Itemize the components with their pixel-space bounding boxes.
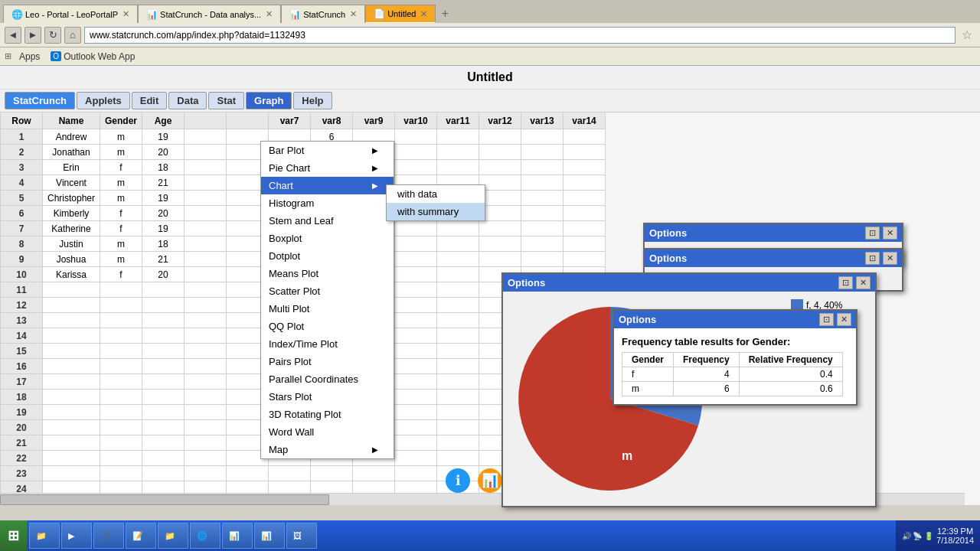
cell-var[interactable] — [437, 236, 479, 252]
taskbar-item-1[interactable]: 📁 — [29, 523, 60, 549]
tab-4-active[interactable]: 📄 Untitled ✕ — [365, 5, 436, 23]
cell-var[interactable] — [521, 191, 564, 206]
cell-var[interactable] — [185, 405, 227, 420]
cell-gender[interactable]: m — [100, 145, 142, 160]
cell-var[interactable] — [437, 420, 479, 435]
taskbar-item-9[interactable]: 🖼 — [286, 523, 317, 549]
cell-var[interactable] — [185, 175, 227, 191]
cell-var[interactable] — [185, 328, 227, 344]
cell-var[interactable] — [395, 252, 437, 267]
cell-var[interactable] — [185, 236, 227, 252]
cell-var[interactable] — [564, 145, 606, 160]
cell-name[interactable] — [43, 405, 100, 420]
cell-var[interactable] — [521, 252, 564, 267]
col-header-var12[interactable]: var12 — [479, 112, 521, 129]
cell-var[interactable] — [395, 282, 437, 298]
tab-4-close[interactable]: ✕ — [420, 9, 427, 19]
tab-2-close[interactable]: ✕ — [266, 9, 273, 19]
tab-1[interactable]: 🌐 Leo - Portal - LeoPortalP ✕ — [3, 5, 138, 23]
col-header-name[interactable]: Name — [43, 112, 100, 129]
cell-name[interactable] — [43, 328, 100, 344]
cell-gender[interactable] — [100, 328, 142, 344]
refresh-button[interactable]: ↻ — [44, 27, 61, 44]
cell-var[interactable] — [185, 420, 227, 435]
menu-data[interactable]: Data — [168, 92, 207, 109]
tab-3-close[interactable]: ✕ — [350, 9, 357, 19]
cell-gender[interactable]: m — [100, 175, 142, 191]
menu-qq-plot[interactable]: QQ Plot — [261, 318, 394, 335]
cell-var[interactable] — [437, 298, 479, 313]
bookmark-star[interactable]: ☆ — [959, 28, 975, 42]
cell-age[interactable]: 20 — [142, 145, 185, 160]
cell-var[interactable] — [227, 466, 269, 481]
cell-var[interactable] — [564, 175, 606, 191]
cell-var[interactable] — [437, 359, 479, 374]
menu-multi-plot[interactable]: Multi Plot — [261, 300, 394, 318]
cell-var[interactable] — [437, 160, 479, 175]
cell-var[interactable] — [395, 390, 437, 405]
cell-var[interactable] — [479, 160, 521, 175]
cell-name[interactable] — [43, 313, 100, 328]
cell-var[interactable] — [564, 160, 606, 175]
cell-name[interactable]: Vincent — [43, 175, 100, 191]
options-2-close[interactable]: ✕ — [883, 252, 897, 265]
cell-name[interactable]: Karissa — [43, 267, 100, 282]
cell-age[interactable] — [142, 435, 185, 451]
cell-var[interactable] — [437, 129, 479, 145]
tab-3[interactable]: 📊 StatCrunch ✕ — [281, 5, 365, 23]
col-header-var5[interactable] — [185, 112, 227, 129]
cell-var[interactable] — [185, 252, 227, 267]
cell-age[interactable]: 20 — [142, 267, 185, 282]
menu-bar-plot[interactable]: Bar Plot▶ — [261, 142, 394, 159]
cell-gender[interactable] — [100, 374, 142, 390]
taskbar-item-3[interactable]: 🎵 — [93, 523, 124, 549]
forward-button[interactable]: ► — [24, 27, 41, 44]
cell-var[interactable] — [185, 160, 227, 175]
cell-var[interactable] — [185, 267, 227, 282]
cell-gender[interactable] — [100, 420, 142, 435]
cell-var[interactable] — [437, 405, 479, 420]
cell-var[interactable] — [437, 221, 479, 236]
cell-var[interactable] — [521, 221, 564, 236]
cell-var[interactable] — [395, 160, 437, 175]
cell-gender[interactable]: f — [100, 206, 142, 221]
bm-apps[interactable]: Apps — [16, 51, 43, 63]
cell-age[interactable]: 21 — [142, 252, 185, 267]
cell-gender[interactable] — [100, 359, 142, 374]
col-header-var13[interactable]: var13 — [521, 112, 564, 129]
col-header-age[interactable]: Age — [142, 112, 185, 129]
menu-stars-plot[interactable]: Stars Plot — [261, 388, 394, 406]
cell-age[interactable]: 19 — [142, 129, 185, 145]
submenu-with-summary[interactable]: with summary — [387, 203, 485, 220]
menu-scatter-plot[interactable]: Scatter Plot — [261, 282, 394, 300]
taskbar-item-7[interactable]: 📊 — [222, 523, 253, 549]
cell-age[interactable] — [142, 420, 185, 435]
cell-var[interactable] — [521, 206, 564, 221]
options-main-resize[interactable]: ⊡ — [838, 276, 853, 289]
taskbar-item-2[interactable]: ▶ — [61, 523, 92, 549]
menu-pairs-plot[interactable]: Pairs Plot — [261, 353, 394, 370]
cell-var[interactable] — [395, 374, 437, 390]
cell-var[interactable] — [185, 374, 227, 390]
url-input[interactable] — [84, 27, 956, 44]
taskbar-item-6[interactable]: 🌐 — [190, 523, 220, 549]
cell-var[interactable] — [185, 466, 227, 481]
cell-name[interactable] — [43, 282, 100, 298]
cell-var[interactable] — [521, 160, 564, 175]
cell-var[interactable] — [185, 129, 227, 145]
col-header-var11[interactable]: var11 — [437, 112, 479, 129]
menu-dotplot[interactable]: Dotplot — [261, 247, 394, 265]
cell-gender[interactable] — [100, 390, 142, 405]
menu-map[interactable]: Map▶ — [261, 441, 394, 458]
cell-name[interactable] — [43, 298, 100, 313]
menu-parallel-coordinates[interactable]: Parallel Coordinates — [261, 370, 394, 388]
taskbar-item-4[interactable]: 📝 — [126, 523, 156, 549]
cell-age[interactable] — [142, 328, 185, 344]
cell-age[interactable]: 19 — [142, 191, 185, 206]
cell-gender[interactable]: f — [100, 221, 142, 236]
cell-var[interactable] — [185, 390, 227, 405]
cell-age[interactable] — [142, 313, 185, 328]
cell-var[interactable] — [395, 267, 437, 282]
cell-gender[interactable] — [100, 282, 142, 298]
col-header-var6[interactable] — [227, 112, 269, 129]
